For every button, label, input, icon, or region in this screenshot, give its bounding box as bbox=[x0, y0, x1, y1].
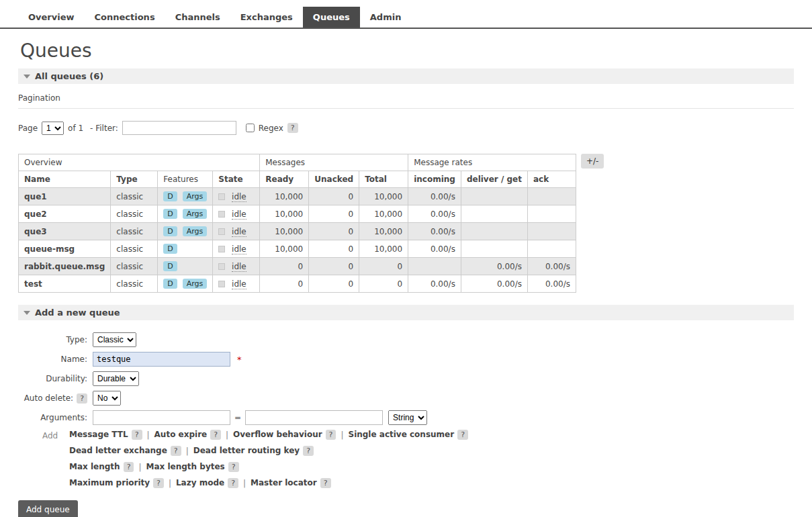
unacked-count: 0 bbox=[309, 223, 359, 240]
col-header-incoming[interactable]: incoming bbox=[408, 171, 461, 188]
arg-link-max-length[interactable]: Max length? bbox=[69, 462, 134, 472]
col-header-name[interactable]: Name bbox=[19, 171, 111, 188]
ready-count: 0 bbox=[260, 275, 309, 293]
arg-link-single-active-consumer[interactable]: Single active consumer? bbox=[348, 430, 468, 440]
args-badge: Args bbox=[183, 279, 208, 289]
queue-name-link[interactable]: que1 bbox=[24, 192, 47, 201]
ack-rate bbox=[527, 205, 576, 223]
queue-name-link[interactable]: test bbox=[24, 279, 42, 289]
help-icon[interactable]: ? bbox=[303, 446, 314, 456]
help-icon[interactable]: ? bbox=[210, 430, 221, 440]
col-header-type[interactable]: Type bbox=[111, 171, 158, 188]
regex-checkbox[interactable] bbox=[246, 124, 255, 132]
queue-name-link[interactable]: rabbit.queue.msg bbox=[24, 262, 105, 271]
help-icon[interactable]: ? bbox=[153, 478, 164, 488]
table-row: que3 classic D Args idle 10,000 0 10,000… bbox=[19, 223, 576, 240]
add-word-label: Add bbox=[42, 430, 69, 488]
group-header-message-rates: Message rates bbox=[408, 154, 576, 171]
separator: | bbox=[341, 430, 343, 440]
tab-channels[interactable]: Channels bbox=[165, 7, 230, 28]
help-icon[interactable]: ? bbox=[228, 478, 238, 488]
queue-name-link[interactable]: queue-msg bbox=[24, 244, 75, 254]
argument-key-input[interactable] bbox=[93, 410, 230, 425]
col-header-deliver-get[interactable]: deliver / get bbox=[461, 171, 527, 188]
column-toggle-button[interactable]: +/- bbox=[581, 154, 604, 169]
state-label: idle bbox=[232, 192, 246, 202]
queue-features: D bbox=[158, 258, 213, 275]
queue-type-select[interactable]: Classic bbox=[93, 332, 136, 347]
add-queue-label: Add a new queue bbox=[35, 308, 120, 318]
auto-delete-select[interactable]: No bbox=[93, 391, 121, 406]
queue-features: D Args bbox=[158, 223, 213, 240]
group-header-overview: Overview bbox=[19, 154, 260, 171]
help-icon[interactable]: ? bbox=[171, 446, 181, 456]
table-row: rabbit.queue.msg classic D idle 0 0 0 0.… bbox=[19, 258, 576, 275]
durable-badge: D bbox=[163, 226, 177, 236]
state-label: idle bbox=[232, 227, 246, 237]
separator: | bbox=[147, 430, 150, 440]
separator: | bbox=[226, 430, 228, 440]
argument-value-input[interactable] bbox=[245, 410, 383, 425]
deliver-get-rate: 0.00/s bbox=[461, 258, 527, 275]
tab-connections[interactable]: Connections bbox=[85, 7, 165, 28]
arg-link-overflow-behaviour[interactable]: Overflow behaviour? bbox=[233, 430, 336, 440]
arg-link-max-length-bytes[interactable]: Max length bytes? bbox=[146, 462, 239, 472]
page-of-label: of 1 bbox=[68, 124, 83, 133]
tab-queues[interactable]: Queues bbox=[303, 7, 360, 28]
arg-link-dead-letter-exchange[interactable]: Dead letter exchange? bbox=[69, 446, 181, 456]
tab-overview[interactable]: Overview bbox=[18, 7, 85, 28]
add-queue-button[interactable]: Add queue bbox=[18, 500, 78, 517]
page-label: Page bbox=[18, 124, 38, 133]
queue-state: idle bbox=[213, 275, 260, 293]
arg-link-lazy-mode[interactable]: Lazy mode? bbox=[176, 478, 238, 488]
arg-link-auto-expire[interactable]: Auto expire? bbox=[154, 430, 221, 440]
help-icon[interactable]: ? bbox=[124, 462, 134, 472]
state-label: idle bbox=[232, 279, 246, 289]
help-icon[interactable]: ? bbox=[228, 462, 239, 472]
add-queue-section-header[interactable]: Add a new queue bbox=[18, 305, 794, 320]
filter-input[interactable] bbox=[122, 121, 236, 135]
queues-page: Overview Connections Channels Exchanges … bbox=[0, 0, 812, 517]
queue-name-link[interactable]: que2 bbox=[24, 209, 47, 219]
queue-name-input[interactable] bbox=[93, 352, 230, 367]
auto-delete-help-icon[interactable]: ? bbox=[77, 393, 87, 404]
help-icon[interactable]: ? bbox=[320, 478, 331, 488]
queue-state: idle bbox=[213, 205, 260, 223]
regex-label: Regex bbox=[259, 124, 283, 133]
all-queues-label: All queues (6) bbox=[35, 71, 103, 81]
tab-admin[interactable]: Admin bbox=[360, 7, 412, 28]
all-queues-section-header[interactable]: All queues (6) bbox=[18, 68, 794, 84]
arg-link-maximum-priority[interactable]: Maximum priority? bbox=[69, 478, 164, 488]
col-header-ready[interactable]: Ready bbox=[260, 171, 309, 188]
help-icon[interactable]: ? bbox=[132, 430, 142, 440]
state-indicator-icon bbox=[218, 263, 225, 270]
unacked-count: 0 bbox=[309, 240, 359, 258]
incoming-rate: 0.00/s bbox=[408, 188, 461, 205]
name-label: Name: bbox=[18, 355, 87, 364]
help-icon[interactable]: ? bbox=[457, 430, 468, 440]
col-header-unacked[interactable]: Unacked bbox=[309, 171, 359, 188]
state-label: idle bbox=[232, 244, 246, 254]
argument-type-select[interactable]: String bbox=[388, 410, 427, 425]
col-header-state[interactable]: State bbox=[213, 171, 260, 188]
incoming-rate: 0.00/s bbox=[408, 275, 461, 293]
separator: | bbox=[186, 446, 189, 456]
arg-link-master-locator[interactable]: Master locator? bbox=[251, 478, 330, 488]
queues-table: Overview Messages Message rates Name Typ… bbox=[18, 154, 576, 293]
deliver-get-rate: 0.00/s bbox=[461, 275, 527, 293]
help-icon[interactable]: ? bbox=[326, 430, 336, 440]
args-badge: Args bbox=[183, 226, 208, 236]
queue-name-link[interactable]: que3 bbox=[24, 227, 47, 236]
required-marker: * bbox=[237, 355, 242, 365]
col-header-ack[interactable]: ack bbox=[527, 171, 576, 188]
page-select[interactable]: 1 bbox=[42, 122, 64, 135]
regex-help-icon[interactable]: ? bbox=[287, 123, 298, 133]
durability-select[interactable]: Durable bbox=[93, 371, 139, 386]
arg-link-message-ttl[interactable]: Message TTL? bbox=[69, 430, 142, 440]
state-label: idle bbox=[232, 262, 246, 272]
table-row: que1 classic D Args idle 10,000 0 10,000… bbox=[19, 188, 576, 205]
arg-link-dead-letter-routing-key[interactable]: Dead letter routing key? bbox=[193, 446, 314, 456]
col-header-total[interactable]: Total bbox=[359, 171, 408, 188]
total-count: 0 bbox=[359, 275, 408, 293]
tab-exchanges[interactable]: Exchanges bbox=[230, 7, 303, 28]
